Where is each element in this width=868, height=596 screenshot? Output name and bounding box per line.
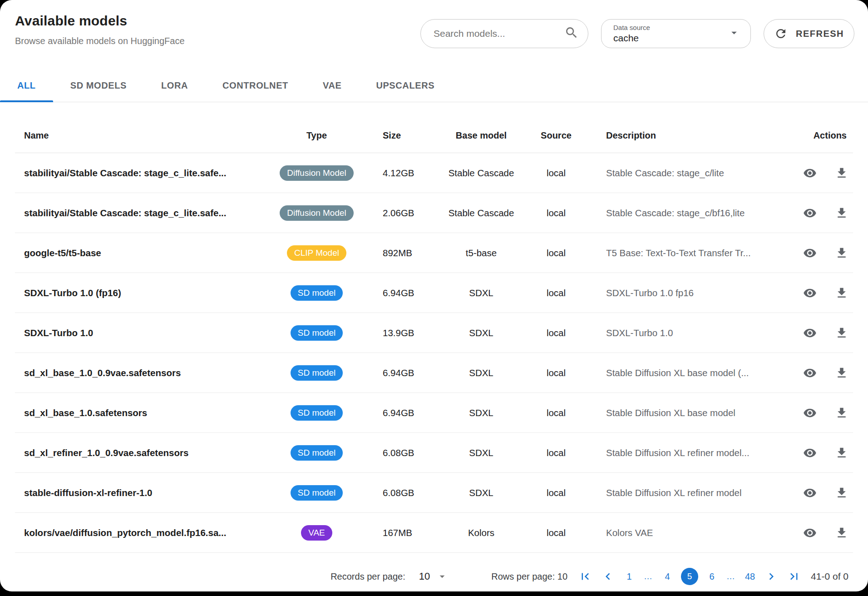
download-button[interactable] <box>835 326 848 340</box>
chevron-down-icon[interactable] <box>436 571 448 582</box>
page-title: Available models <box>15 13 185 29</box>
model-size: 6.08GB <box>361 447 438 458</box>
view-button[interactable] <box>803 446 817 460</box>
download-button[interactable] <box>835 486 848 500</box>
download-button[interactable] <box>835 406 848 420</box>
page-button-5[interactable]: 5 <box>681 568 698 585</box>
download-button[interactable] <box>835 246 848 260</box>
eye-icon <box>803 326 817 340</box>
table-header-row: Name Type Size Base model Source Descrip… <box>15 102 853 153</box>
eye-icon <box>803 366 817 380</box>
model-source: local <box>524 208 588 219</box>
download-button[interactable] <box>835 166 848 180</box>
view-button[interactable] <box>803 406 817 420</box>
table-row: stable-diffusion-xl-refiner-1.0 SD model… <box>15 473 853 513</box>
data-source-label: Data source <box>613 24 728 31</box>
model-name: kolors/vae/diffusion_pytorch_model.fp16.… <box>15 527 272 538</box>
eye-icon <box>803 206 817 220</box>
header: Available models Browse available models… <box>0 0 868 48</box>
model-source: local <box>524 487 588 498</box>
table-row: sd_xl_base_1.0.safetensors SD model 6.94… <box>15 393 853 433</box>
model-source: local <box>524 248 588 258</box>
search-icon <box>564 25 579 42</box>
view-button[interactable] <box>803 526 817 540</box>
view-button[interactable] <box>803 366 817 380</box>
tab-all[interactable]: ALL <box>0 69 53 102</box>
table-row: kolors/vae/diffusion_pytorch_model.fp16.… <box>15 513 853 553</box>
base-model: SDXL <box>438 368 524 378</box>
view-button[interactable] <box>803 486 817 500</box>
refresh-button[interactable]: REFRESH <box>764 19 854 48</box>
type-badge: SD model <box>291 285 343 301</box>
model-source: local <box>524 328 588 338</box>
records-per-page-label: Records per page: <box>330 571 405 582</box>
column-header-source: Source <box>524 130 588 153</box>
type-badge: SD model <box>291 325 343 341</box>
page-list: 1...456...48 <box>624 568 755 585</box>
search-box[interactable] <box>420 19 588 48</box>
column-header-name: Name <box>15 130 272 153</box>
model-size: 13.9GB <box>361 328 438 338</box>
model-name: SDXL-Turbo 1.0 (fp16) <box>15 288 272 298</box>
eye-icon <box>803 286 817 300</box>
download-button[interactable] <box>835 206 848 220</box>
data-source-select[interactable]: Data source cache <box>601 19 751 48</box>
search-input[interactable] <box>433 28 560 40</box>
model-description: Stable Diffusion XL refiner model <box>588 487 788 498</box>
toolbar: Data source cache REFRESH <box>420 19 854 48</box>
page-button-4[interactable]: 4 <box>662 571 673 582</box>
model-description: T5 Base: Text-To-Text Transfer Tr... <box>588 248 788 258</box>
model-description: Stable Cascade: stage_c/lite <box>588 168 788 179</box>
download-button[interactable] <box>835 526 848 540</box>
tab-controlnet[interactable]: CONTROLNET <box>205 69 306 102</box>
models-table: Name Type Size Base model Source Descrip… <box>0 102 868 553</box>
page-button-6[interactable]: 6 <box>706 571 717 582</box>
model-size: 6.08GB <box>361 487 438 498</box>
page-ellipsis: ... <box>643 572 654 581</box>
page-button-1[interactable]: 1 <box>624 571 635 582</box>
view-button[interactable] <box>803 286 817 300</box>
column-header-type: Type <box>272 130 361 153</box>
model-size: 6.94GB <box>361 407 438 418</box>
page-button-48[interactable]: 48 <box>745 571 755 582</box>
base-model: Kolors <box>438 527 524 538</box>
base-model: SDXL <box>438 328 524 338</box>
download-button[interactable] <box>835 286 848 300</box>
pagination: Rows per page: 10 1...456...48 <box>491 568 848 585</box>
table-row: stabilityai/Stable Cascade: stage_c_lite… <box>15 153 853 193</box>
view-button[interactable] <box>803 326 817 340</box>
model-description: Stable Diffusion XL refiner model... <box>588 447 788 458</box>
model-name: stable-diffusion-xl-refiner-1.0 <box>15 487 272 498</box>
last-page-button[interactable] <box>787 570 801 583</box>
download-icon <box>835 246 848 260</box>
download-icon <box>835 286 848 300</box>
model-name: stabilityai/Stable Cascade: stage_c_lite… <box>15 168 272 179</box>
model-name: sd_xl_base_1.0_0.9vae.safetensors <box>15 368 272 378</box>
last-page-icon <box>787 570 801 583</box>
table-row: sd_xl_base_1.0_0.9vae.safetensors SD mod… <box>15 353 853 393</box>
tab-vae[interactable]: VAE <box>306 69 359 102</box>
model-source: local <box>524 168 588 179</box>
records-per-page-value[interactable]: 10 <box>419 571 430 582</box>
model-description: Stable Cascade: stage_c/bf16,lite <box>588 208 788 219</box>
type-badge: SD model <box>291 365 343 381</box>
chevron-left-icon <box>601 570 615 583</box>
view-button[interactable] <box>803 246 817 260</box>
download-button[interactable] <box>835 366 848 380</box>
download-button[interactable] <box>835 446 848 460</box>
table-row: SDXL-Turbo 1.0 (fp16) SD model 6.94GB SD… <box>15 273 853 313</box>
next-page-button[interactable] <box>764 570 778 583</box>
first-page-button[interactable] <box>578 570 592 583</box>
tab-lora[interactable]: LORA <box>144 69 205 102</box>
model-source: local <box>524 407 588 418</box>
view-button[interactable] <box>803 166 817 180</box>
table-row: stabilityai/Stable Cascade: stage_c_lite… <box>15 193 853 233</box>
eye-icon <box>803 446 817 460</box>
view-button[interactable] <box>803 206 817 220</box>
page-subtitle: Browse available models on HuggingFace <box>15 36 185 46</box>
tab-sd-models[interactable]: SD MODELS <box>53 69 144 102</box>
previous-page-button[interactable] <box>601 570 615 583</box>
column-header-size: Size <box>361 130 438 153</box>
download-icon <box>835 366 848 380</box>
tab-upscalers[interactable]: UPSCALERS <box>359 69 452 102</box>
